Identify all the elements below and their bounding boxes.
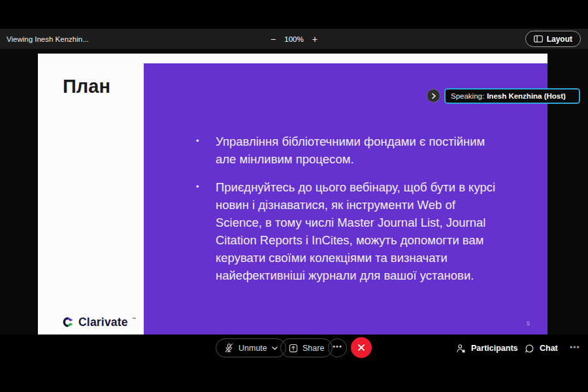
chevron-right-icon [431,93,436,99]
bullet-marker: • [196,178,216,284]
zoom-controls: − 100% + [0,29,588,49]
bullet-text: Управління бібліотечними фондами є пості… [216,133,498,168]
speaking-name: Inesh Kenzhina (Host) [487,92,566,100]
slide-page-number: 5 [527,320,530,327]
clarivate-trademark: ™ [132,317,136,321]
speaking-indicator-toggle[interactable] [427,89,440,103]
chat-button[interactable]: Chat [521,340,562,357]
bullet-item: • Приєднуйтесь до цього вебінару, щоб бу… [144,178,547,284]
close-icon [357,344,365,351]
participants-button-label: Participants [471,344,518,353]
share-button-label: Share [302,344,324,353]
toolbar-overflow-button[interactable]: ••• [566,342,584,353]
bullet-marker: • [196,133,216,168]
slide-bullet-list: • Управління бібліотечними фондами є пос… [144,133,547,295]
bullet-item: • Управління бібліотечними фондами є пос… [144,133,547,168]
clarivate-wordmark: Clarivate [78,316,128,329]
chat-button-label: Chat [540,344,558,353]
chevron-down-icon [272,346,278,350]
layout-button-label: Layout [547,35,572,44]
share-button[interactable]: Share [280,338,333,357]
slide-purple-panel: • Управління бібліотечними фондами є пос… [144,63,547,335]
layout-button[interactable]: Layout [525,31,581,47]
unmute-button[interactable]: Unmute [216,338,286,357]
clarivate-logo-icon [61,316,74,329]
layout-icon [534,35,543,42]
bullet-text: Приєднуйтесь до цього вебінару, щоб бути… [216,178,498,284]
participants-icon [456,344,466,353]
speaking-indicator: Speaking: Inesh Kenzhina (Host) [444,88,580,104]
mic-off-icon [224,343,234,353]
leave-meeting-button[interactable] [351,337,372,358]
zoom-level: 100% [284,35,303,43]
zoom-out-button[interactable]: − [269,35,277,44]
participants-button[interactable]: Participants [452,340,522,357]
clarivate-logo: Clarivate ™ [61,316,136,329]
more-icon: ••• [333,343,342,353]
chat-icon [525,344,534,353]
zoom-in-button[interactable]: + [311,35,319,44]
more-options-button[interactable]: ••• [328,338,347,357]
meeting-control-bar: Viewing Inesh Kenzhin... − 100% + Layout [0,29,588,49]
unmute-button-label: Unmute [238,344,267,353]
share-icon [289,344,298,353]
slide-title: План [63,76,110,97]
speaking-prefix: Speaking: [451,92,484,100]
